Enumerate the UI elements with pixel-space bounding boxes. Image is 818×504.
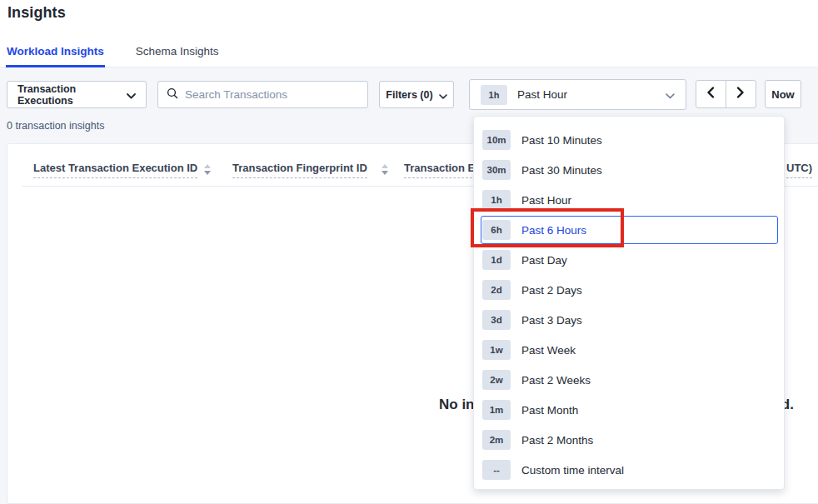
time-option-badge: 1w	[482, 340, 511, 360]
insights-count: 0 transaction insights	[7, 120, 104, 132]
column-header-transaction-fingerprint-id[interactable]: Transaction Fingerprint ID	[232, 162, 367, 178]
filters-label: Filters (0)	[386, 89, 432, 101]
chevron-left-icon	[706, 87, 715, 102]
time-interval-dropdown: 10m Past 10 Minutes 30m Past 30 Minutes …	[473, 116, 785, 490]
time-option-past-day[interactable]: 1d Past Day	[474, 245, 784, 275]
column-header-latest-transaction-execution-id[interactable]: Latest Transaction Execution ID	[33, 162, 197, 178]
search-input[interactable]	[185, 88, 359, 101]
time-option-past-hour[interactable]: 1h Past Hour	[474, 185, 784, 215]
page-title: Insights	[7, 4, 66, 22]
time-range-arrows	[696, 80, 756, 108]
time-interval-label: Past Hour	[517, 88, 666, 101]
time-option-label: Custom time interval	[521, 464, 624, 477]
sort-desc-icon	[382, 171, 388, 175]
time-option-label: Past Week	[521, 344, 576, 357]
time-option-badge: 1h	[482, 190, 511, 210]
time-interval-select[interactable]: 1h Past Hour	[469, 79, 686, 110]
time-option-badge: 2m	[482, 430, 511, 450]
now-button[interactable]: Now	[765, 80, 801, 108]
time-option-label: Past Hour	[521, 194, 571, 207]
time-option-past-6-hours[interactable]: 6h Past 6 Hours	[474, 215, 784, 245]
filters-button[interactable]: Filters (0)	[379, 81, 454, 108]
time-option-past-10-minutes[interactable]: 10m Past 10 Minutes	[474, 125, 784, 155]
time-interval-badge: 1h	[481, 85, 507, 105]
sort-desc-icon	[204, 171, 211, 175]
insight-type-select[interactable]: Transaction Executions	[7, 81, 147, 108]
tab-bar: Workload Insights Schema Insights	[6, 38, 220, 67]
time-option-past-2-months[interactable]: 2m Past 2 Months	[474, 425, 784, 455]
time-option-badge: 1m	[482, 400, 511, 420]
time-option-past-week[interactable]: 1w Past Week	[474, 335, 784, 365]
chevron-down-icon	[666, 87, 675, 102]
time-option-badge: 6h	[482, 220, 511, 240]
sort-icon[interactable]	[382, 164, 388, 175]
sort-icon[interactable]	[204, 164, 211, 175]
time-option-badge: 2d	[482, 280, 511, 300]
time-option-badge: 1d	[482, 250, 511, 270]
chevron-down-icon	[127, 87, 136, 102]
time-option-label: Past 2 Months	[521, 434, 593, 447]
time-option-label: Past 6 Hours	[521, 224, 586, 237]
time-option-badge: 3d	[482, 310, 511, 330]
time-option-label: Past 30 Minutes	[521, 164, 602, 177]
now-label: Now	[771, 88, 794, 101]
time-option-past-2-days[interactable]: 2d Past 2 Days	[474, 275, 784, 305]
column-header-transaction-execution-clipped[interactable]: Transaction Ex	[404, 162, 481, 178]
time-option-label: Past Month	[521, 404, 578, 417]
time-option-label: Past 2 Days	[521, 284, 582, 297]
time-option-badge: 10m	[482, 130, 511, 150]
insights-page: Insights Workload Insights Schema Insigh…	[0, 0, 818, 504]
page-header: Insights Workload Insights Schema Insigh…	[0, 0, 818, 67]
time-option-label: Past 3 Days	[521, 314, 582, 327]
time-option-past-month[interactable]: 1m Past Month	[474, 395, 784, 425]
time-option-label: Past 10 Minutes	[521, 134, 602, 147]
tab-schema-insights[interactable]: Schema Insights	[135, 38, 220, 67]
time-option-past-3-days[interactable]: 3d Past 3 Days	[474, 305, 784, 335]
time-option-badge: 30m	[482, 160, 511, 180]
search-box[interactable]	[157, 81, 368, 108]
prev-range-button[interactable]	[696, 81, 726, 107]
sort-asc-icon	[382, 164, 388, 168]
time-option-label: Past Day	[521, 254, 567, 267]
column-header-utc-clipped[interactable]: UTC)	[786, 162, 812, 178]
sort-asc-icon	[204, 164, 211, 168]
time-option-custom-interval[interactable]: -- Custom time interval	[474, 455, 784, 485]
time-option-label: Past 2 Weeks	[521, 374, 591, 387]
time-option-badge: --	[482, 460, 511, 480]
time-option-badge: 2w	[482, 370, 511, 390]
insight-type-label: Transaction Executions	[17, 83, 127, 107]
tab-workload-insights[interactable]: Workload Insights	[6, 38, 105, 67]
search-icon	[167, 87, 178, 102]
next-range-button[interactable]	[726, 81, 756, 107]
time-option-past-2-weeks[interactable]: 2w Past 2 Weeks	[474, 365, 784, 395]
chevron-right-icon	[736, 87, 745, 102]
chevron-down-icon	[439, 87, 447, 102]
time-option-past-30-minutes[interactable]: 30m Past 30 Minutes	[474, 155, 784, 185]
